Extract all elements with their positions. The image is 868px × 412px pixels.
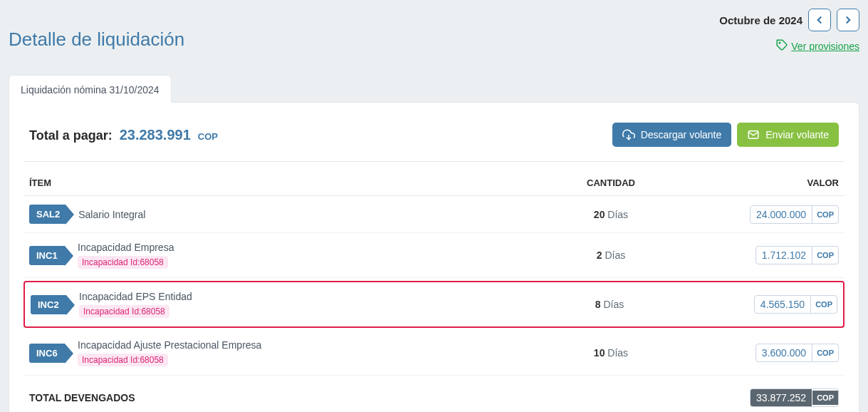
item-code-tag: INC6 [29, 344, 65, 363]
item-title: Salario Integral [78, 209, 145, 220]
tag-icon [775, 38, 788, 53]
mail-icon [747, 128, 760, 141]
chevron-right-icon [842, 14, 854, 26]
svg-point-0 [780, 42, 781, 43]
table-row: INC6 Incapacidad Ajuste Prestacional Emp… [23, 331, 845, 376]
total-pagar-label: Total a pagar: [29, 128, 113, 143]
total-devengados-currency: COP [812, 391, 838, 405]
item-qty: 20 [594, 209, 605, 220]
item-value: 24.000.000 [751, 206, 812, 223]
item-qty-unit: Días [607, 347, 628, 359]
period-next-button[interactable] [837, 9, 859, 31]
total-pagar-value: 23.283.991 [120, 127, 191, 143]
item-value: 4.565.150 [755, 296, 811, 313]
item-value: 1.712.102 [756, 247, 812, 264]
item-code-tag: INC1 [29, 246, 65, 265]
item-sub-pill: Incapacidad Id:68058 [79, 305, 169, 318]
item-code-tag: SAL2 [29, 205, 66, 224]
item-currency: COP [812, 207, 838, 222]
item-sub-pill: Incapacidad Id:68058 [78, 256, 168, 269]
descargar-volante-label: Descargar volante [641, 129, 722, 140]
item-qty: 2 [597, 249, 602, 261]
item-qty-unit: Días [605, 249, 625, 261]
item-value: 3.600.000 [756, 344, 812, 361]
table-row-highlighted: INC2 Incapacidad EPS Entidad Incapacidad… [23, 281, 845, 328]
enviar-volante-button[interactable]: Enviar volante [737, 123, 839, 147]
tab-liquidacion-label: Liquidación nómina 31/10/2024 [21, 84, 160, 96]
enviar-volante-label: Enviar volante [765, 129, 829, 140]
period-label: Octubre de 2024 [719, 14, 802, 26]
chevron-left-icon [813, 14, 826, 26]
col-header-value: VALOR [671, 177, 839, 188]
item-value-chip: 3.600.000 COP [755, 344, 839, 362]
total-pagar-currency: COP [198, 131, 218, 142]
item-qty: 8 [595, 299, 601, 310]
item-sub-pill: Incapacidad Id:68058 [78, 354, 168, 366]
ver-provisiones-label: Ver provisiones [791, 41, 859, 52]
item-value-chip: 24.000.000 COP [750, 205, 839, 224]
total-devengados-label: TOTAL DEVENGADOS [29, 392, 135, 403]
period-prev-button[interactable] [808, 9, 831, 31]
item-qty-unit: Días [607, 209, 628, 220]
item-title: Incapacidad Ajuste Prestacional Empresa [78, 339, 261, 351]
ver-provisiones-link[interactable]: Ver provisiones [775, 38, 859, 53]
item-currency: COP [812, 346, 838, 360]
total-devengados-value: 33.877.252 [751, 389, 812, 406]
table-row: SAL2 Salario Integral 20 Días 24.000.000… [23, 196, 845, 233]
download-cloud-icon [622, 128, 635, 141]
item-value-chip: 4.565.150 COP [754, 295, 837, 314]
item-title: Incapacidad Empresa [78, 242, 174, 253]
page-title: Detalle de liquidación [9, 29, 184, 51]
item-currency: COP [812, 248, 838, 262]
item-qty: 10 [594, 347, 605, 359]
item-qty-unit: Días [603, 299, 624, 310]
total-devengados-row: TOTAL DEVENGADOS 33.877.252 COP [23, 376, 845, 412]
descargar-volante-button[interactable]: Descargar volante [612, 123, 732, 147]
total-devengados-chip: 33.877.252 COP [750, 388, 839, 407]
item-currency: COP [811, 297, 837, 311]
item-value-chip: 1.712.102 COP [755, 246, 839, 264]
table-row: INC1 Incapacidad Empresa Incapacidad Id:… [23, 233, 845, 278]
col-header-qty: CANTIDAD [550, 177, 671, 188]
panel-liquidacion: Total a pagar: 23.283.991 COP Descargar … [9, 102, 859, 412]
item-title: Incapacidad EPS Entidad [79, 291, 192, 302]
col-header-item: ÍTEM [29, 177, 550, 188]
tab-liquidacion[interactable]: Liquidación nómina 31/10/2024 [9, 75, 172, 103]
item-code-tag: INC2 [31, 295, 66, 314]
table-header: ÍTEM CANTIDAD VALOR [23, 170, 845, 196]
